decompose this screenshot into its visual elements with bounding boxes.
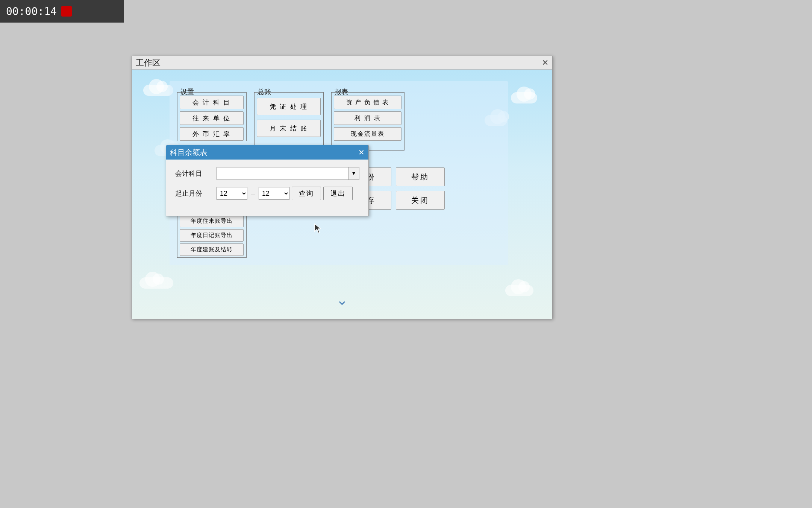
end-month-select[interactable]: 12 1 2 3 4 5 6 7 8 9 10: [259, 187, 289, 200]
dialog-titlebar: 科目余额表 ✕: [166, 145, 368, 160]
dialog-overlay: 科目余额表 ✕ 会计科目 ▼ 起止月份: [132, 70, 552, 319]
timer-display: 00:00:14: [6, 5, 57, 18]
period-label: 起止月份: [175, 189, 213, 198]
top-bar: 00:00:14: [0, 0, 124, 23]
btn-dialog-exit[interactable]: 退出: [323, 187, 353, 200]
account-input[interactable]: [217, 167, 359, 180]
workspace-titlebar: 工作区 ✕: [132, 56, 552, 70]
period-controls: 12 1 2 3 4 5 6 7 8 9 10: [217, 187, 353, 200]
period-row: 起止月份 12 1 2 3 4 5 6 7 8: [175, 187, 359, 200]
dialog-box: 科目余额表 ✕ 会计科目 ▼ 起止月份: [166, 145, 369, 216]
account-row: 会计科目 ▼: [175, 167, 359, 180]
workspace-close-button[interactable]: ✕: [542, 59, 548, 67]
dialog-close-button[interactable]: ✕: [358, 148, 365, 157]
svg-marker-0: [315, 224, 321, 233]
period-separator: –: [250, 189, 256, 198]
start-month-select[interactable]: 12 1 2 3 4 5 6 7 8 9 10: [217, 187, 247, 200]
record-indicator: [61, 6, 72, 17]
account-label: 会计科目: [175, 169, 213, 178]
account-dropdown-button[interactable]: ▼: [348, 167, 359, 180]
account-input-wrapper: ▼: [217, 167, 359, 180]
dialog-title: 科目余额表: [170, 148, 208, 158]
workspace-content: 设置 会 计 科 目 往 来 单 位 外 币 汇 率 总账 凭 证 处 理 月 …: [132, 70, 552, 319]
dialog-body: 会计科目 ▼ 起止月份 12 1 2: [166, 160, 368, 216]
cursor-indicator: [314, 223, 321, 234]
workspace-title: 工作区: [136, 57, 161, 68]
btn-dialog-query[interactable]: 查询: [292, 187, 321, 200]
workspace-window: 工作区 ✕ 设置 会 计 科 目 往 来 单 位 外 币 汇 率 总账: [132, 56, 553, 319]
